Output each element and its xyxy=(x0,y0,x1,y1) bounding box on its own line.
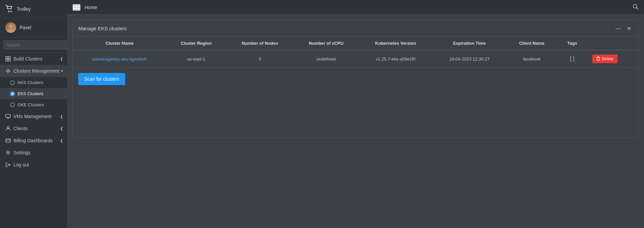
settings-icon xyxy=(5,150,11,155)
svg-rect-19 xyxy=(6,139,10,142)
vms-icon xyxy=(5,114,11,119)
clusters-management-label: Clusters Management xyxy=(13,68,59,74)
col-cluster-region: Cluster Region xyxy=(166,37,226,50)
eks-clusters-label: EKS Clusters xyxy=(17,91,43,96)
cell-num-nodes: 3 xyxy=(226,50,294,68)
table-body: pavelzagalsky-eks-fgycbhxh us-east-1 3 u… xyxy=(73,50,638,68)
svg-point-10 xyxy=(7,70,9,72)
sidebar-item-clusters-management[interactable]: Clusters Management ▾ xyxy=(0,65,67,77)
user-name: Pavel xyxy=(19,25,31,30)
sidebar-item-logout[interactable]: Log out xyxy=(0,159,67,171)
cell-num-vcpu: undefined xyxy=(294,50,359,68)
col-k8s-version: Kubernetes Version xyxy=(359,37,433,50)
close-button[interactable]: ✕ xyxy=(625,25,633,32)
svg-point-1 xyxy=(11,11,12,12)
app-title-text: Trolley xyxy=(17,6,31,12)
home-link[interactable]: Home xyxy=(85,5,97,10)
table-row: pavelzagalsky-eks-fgycbhxh us-east-1 3 u… xyxy=(73,50,638,68)
cluster-table: Cluster Name Cluster Region Number of No… xyxy=(73,37,638,68)
billing-icon xyxy=(5,138,11,143)
sidebar-item-gke-clusters[interactable]: GKE Clusters xyxy=(0,99,67,110)
svg-point-3 xyxy=(7,29,14,32)
svg-point-21 xyxy=(7,152,9,154)
sidebar-item-build-clusters[interactable]: Build Clusters ❮ xyxy=(0,53,67,65)
cell-tags: [ ] xyxy=(557,50,587,68)
col-tags: Tags xyxy=(557,37,587,50)
sidebar-item-settings[interactable]: Settings xyxy=(0,147,67,159)
cluster-name-link[interactable]: pavelzagalsky-eks-fgycbhxh xyxy=(92,56,147,62)
build-clusters-icon xyxy=(5,56,11,62)
search-section xyxy=(0,37,67,53)
panel-controls: — ✕ xyxy=(614,25,633,32)
svg-line-26 xyxy=(637,8,638,9)
sidebar-item-clients[interactable]: Clients ❮ xyxy=(0,122,67,135)
app-title-bar: Trolley xyxy=(0,0,67,18)
panel-title: Manage EKS clusters xyxy=(78,26,127,31)
svg-point-0 xyxy=(8,11,9,12)
col-expiration-time: Expiration Time xyxy=(433,37,506,50)
avatar xyxy=(5,22,16,33)
svg-rect-15 xyxy=(6,114,10,117)
col-num-nodes: Number of Nodes xyxy=(226,37,294,50)
clusters-management-chevron: ▾ xyxy=(61,69,63,73)
scan-for-clusters-button[interactable]: Scan for clusters xyxy=(78,73,125,85)
col-num-vcpu: Number of vCPU xyxy=(294,37,359,50)
svg-point-2 xyxy=(9,24,13,28)
col-cluster-name: Cluster Name xyxy=(73,37,166,50)
logout-icon xyxy=(5,162,11,167)
main-content: Home Manage EKS clusters — ✕ xyxy=(67,0,644,228)
svg-point-18 xyxy=(7,126,9,128)
clients-label: Clients xyxy=(13,126,28,131)
billing-dashboards-label: Billing Dashboards xyxy=(13,138,53,143)
logout-label: Log out xyxy=(13,162,29,167)
user-section: Pavel xyxy=(0,18,67,37)
aks-clusters-label: AKS Clusters xyxy=(17,80,43,85)
cluster-panel: Manage EKS clusters — ✕ Cluster Name Clu… xyxy=(72,20,639,138)
col-actions xyxy=(587,37,638,50)
svg-point-25 xyxy=(633,4,637,8)
tags-icon: [ ] xyxy=(570,56,575,62)
cell-cluster-name: pavelzagalsky-eks-fgycbhxh xyxy=(73,50,166,68)
topbar-search-icon[interactable] xyxy=(633,4,639,11)
build-clusters-label: Build Clusters xyxy=(13,56,42,62)
sidebar-item-billing-dashboards[interactable]: Billing Dashboards ❮ xyxy=(0,135,67,147)
vms-chevron: ❮ xyxy=(60,114,63,119)
topbar: Home xyxy=(67,0,644,15)
sidebar-item-vms-management[interactable]: VMs Management ❮ xyxy=(0,110,67,122)
clients-chevron: ❮ xyxy=(60,126,63,131)
aks-radio xyxy=(10,80,15,85)
billing-chevron: ❮ xyxy=(60,139,63,143)
cell-cluster-region: us-east-1 xyxy=(166,50,226,68)
gke-radio xyxy=(10,103,15,107)
col-client-name: Client Name xyxy=(506,37,557,50)
svg-rect-8 xyxy=(6,59,8,61)
cell-actions: Delete xyxy=(587,50,638,68)
gke-clusters-label: GKE Clusters xyxy=(17,102,44,107)
search-input[interactable] xyxy=(3,40,66,49)
cell-k8s-version: v1.25.7-eks-a59e1f0 xyxy=(359,50,433,68)
cart-icon xyxy=(5,5,13,13)
delete-button[interactable]: Delete xyxy=(592,54,617,63)
sidebar-item-aks-clusters[interactable]: AKS Clusters xyxy=(0,77,67,88)
settings-label: Settings xyxy=(13,150,31,155)
clients-icon xyxy=(5,126,11,131)
sidebar: Trolley Pavel xyxy=(0,0,67,228)
panel-header: Manage EKS clusters — ✕ xyxy=(73,21,638,37)
cell-client-name: facebook xyxy=(506,50,557,68)
eks-radio xyxy=(10,91,15,96)
hamburger-button[interactable] xyxy=(72,4,81,11)
svg-rect-6 xyxy=(6,56,8,59)
minimize-button[interactable]: — xyxy=(614,25,623,32)
cell-expiration-time: 18-04-2023 12:30:27 xyxy=(433,50,506,68)
sidebar-item-eks-clusters[interactable]: EKS Clusters xyxy=(0,88,67,99)
svg-rect-7 xyxy=(8,56,10,59)
vms-management-label: VMs Management xyxy=(13,114,52,119)
clusters-management-icon xyxy=(5,68,11,74)
content-area: Manage EKS clusters — ✕ Cluster Name Clu… xyxy=(67,15,644,228)
build-clusters-chevron: ❮ xyxy=(60,57,63,61)
table-header: Cluster Name Cluster Region Number of No… xyxy=(73,37,638,50)
svg-rect-9 xyxy=(8,59,10,61)
